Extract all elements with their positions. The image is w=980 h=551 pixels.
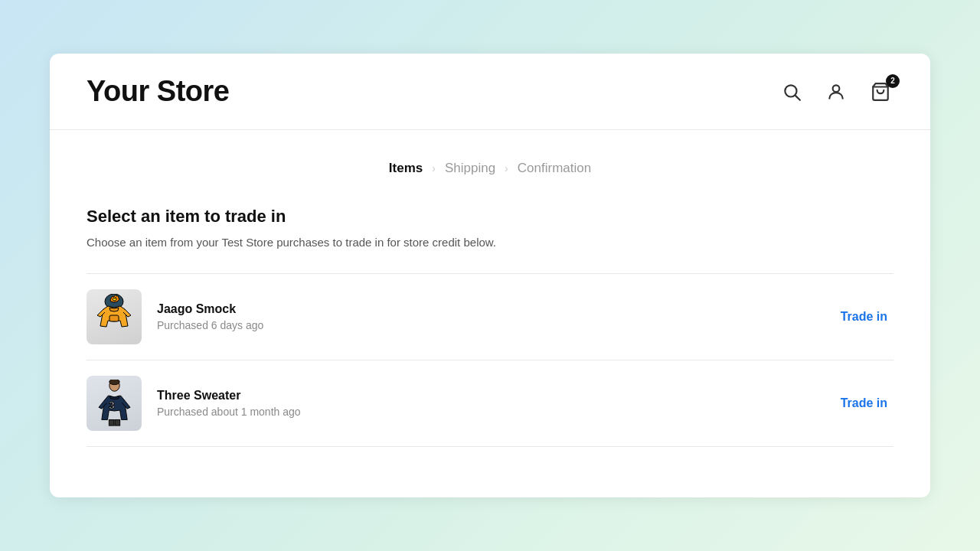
chevron-2-icon: ›: [505, 162, 508, 174]
cart-badge: 2: [886, 74, 900, 88]
store-title: Your Store: [87, 75, 229, 108]
svg-rect-10: [114, 419, 119, 425]
product-date-sweater: Purchased about 1 month ago: [157, 406, 819, 418]
chevron-1-icon: ›: [432, 162, 436, 174]
hoodie-illustration: [91, 294, 137, 340]
search-button[interactable]: [779, 79, 805, 105]
account-icon: [826, 82, 846, 102]
product-image-sweater: 3: [87, 376, 142, 431]
product-name-jaago: Jaago Smock: [157, 302, 819, 316]
step-confirmation: Confirmation: [518, 161, 591, 176]
main-content: Items › Shipping › Confirmation Select a…: [50, 130, 930, 478]
header: Your Store: [50, 54, 930, 130]
trade-in-button-jaago[interactable]: Trade in: [835, 307, 893, 327]
svg-point-2: [833, 85, 840, 92]
step-items: Items: [389, 161, 423, 176]
svg-text:3: 3: [109, 399, 114, 411]
step-shipping: Shipping: [445, 161, 495, 176]
sweater-illustration: 3: [93, 380, 136, 427]
list-item: Jaago Smock Purchased 6 days ago Trade i…: [87, 274, 893, 360]
trade-in-button-sweater[interactable]: Trade in: [835, 393, 893, 413]
product-name-sweater: Three Sweater: [157, 389, 819, 403]
page-wrapper: Your Store: [0, 0, 980, 551]
store-card: Your Store: [50, 54, 930, 497]
steps-breadcrumb: Items › Shipping › Confirmation: [87, 161, 893, 176]
header-icons: 2: [779, 79, 893, 105]
section-description: Choose an item from your Test Store purc…: [87, 234, 893, 252]
cart-button[interactable]: 2: [867, 79, 893, 105]
svg-line-1: [795, 95, 800, 99]
product-date-jaago: Purchased 6 days ago: [157, 319, 819, 331]
list-item: 3 Three Sweater Purch: [87, 360, 893, 447]
svg-rect-9: [109, 419, 114, 425]
product-info-jaago: Jaago Smock Purchased 6 days ago: [157, 302, 819, 331]
section-title: Select an item to trade in: [87, 207, 893, 227]
svg-rect-5: [109, 315, 119, 321]
search-icon: [782, 82, 802, 102]
product-list: Jaago Smock Purchased 6 days ago Trade i…: [87, 274, 893, 447]
product-image-jaago: [87, 289, 142, 344]
account-button[interactable]: [823, 79, 849, 105]
svg-point-7: [109, 380, 119, 385]
product-info-sweater: Three Sweater Purchased about 1 month ag…: [157, 389, 819, 418]
